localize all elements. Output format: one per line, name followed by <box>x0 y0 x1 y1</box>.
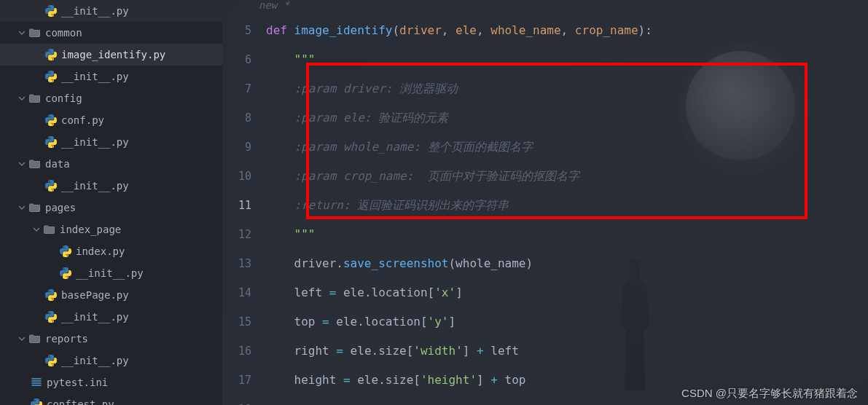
tree-item-label: __init__.py <box>61 136 129 148</box>
tree-folder-config[interactable]: config <box>0 87 222 109</box>
line-number: 14 <box>222 278 251 307</box>
python-icon <box>60 267 71 279</box>
tree-file-init[interactable]: __init__.py <box>0 131 222 153</box>
chevron-down-icon <box>16 158 28 170</box>
tree-item-label: __init__.py <box>76 267 144 279</box>
tree-item-label: data <box>45 158 70 170</box>
python-icon <box>31 398 42 405</box>
line-number: 18 <box>222 395 251 405</box>
code-editor[interactable]: new * 5 6 7 8 9 10 11 12 13 14 15 16 17 … <box>222 0 868 405</box>
code-line-15[interactable]: top = ele.location['y'] <box>266 307 868 337</box>
python-icon <box>60 245 71 257</box>
python-icon <box>45 114 57 126</box>
tree-file-basepage[interactable]: basePage.py <box>0 284 222 306</box>
line-number: 5 <box>222 16 251 45</box>
line-number: 15 <box>222 307 251 337</box>
tree-folder-pages[interactable]: pages <box>0 197 222 219</box>
tree-item-label: pages <box>45 202 76 213</box>
folder-icon <box>29 202 41 213</box>
folder-icon <box>29 93 41 104</box>
line-number: 12 <box>222 220 251 249</box>
code-line-8[interactable]: :param ele: 验证码的元素 <box>266 103 868 133</box>
chevron-down-icon <box>31 224 42 235</box>
line-number: 17 <box>222 366 251 395</box>
line-number: 7 <box>222 74 251 103</box>
tree-folder-reports[interactable]: reports <box>0 328 222 350</box>
python-icon <box>45 180 57 192</box>
folder-icon <box>44 224 55 235</box>
code-line-5[interactable]: def image_identify(driver, ele, whole_na… <box>266 16 868 45</box>
code-line-14[interactable]: left = ele.location['x'] <box>266 278 868 307</box>
line-number: 13 <box>222 249 251 278</box>
tree-item-label: conftest.py <box>47 398 114 405</box>
tree-item-label: conf.py <box>61 114 104 126</box>
code-line-6[interactable]: """ <box>266 45 868 74</box>
code-line-7[interactable]: :param driver: 浏览器驱动 <box>266 74 868 103</box>
tree-file-init[interactable]: __init__.py <box>0 175 222 197</box>
code-line-9[interactable]: :param whole_name: 整个页面的截图名字 <box>266 133 868 162</box>
line-number: 16 <box>222 337 251 366</box>
tree-file-init[interactable]: __init__.py <box>0 350 222 371</box>
line-number: 6 <box>222 45 251 74</box>
file-tree-sidebar[interactable]: __init__.py common image_identify.py __i… <box>0 0 222 405</box>
folder-icon <box>29 27 41 39</box>
tree-folder-index-page[interactable]: index_page <box>0 219 222 240</box>
tree-item-label: index.py <box>76 245 125 257</box>
chevron-down-icon <box>16 333 28 345</box>
python-icon <box>45 49 57 60</box>
code-line-16[interactable]: right = ele.size['width'] + left <box>266 337 868 366</box>
tree-item-label: pytest.ini <box>47 377 108 388</box>
chevron-down-icon <box>16 93 28 104</box>
chevron-down-icon <box>16 202 28 213</box>
tree-item-label: index_page <box>60 224 121 235</box>
line-number: 8 <box>222 103 251 133</box>
tree-item-label: __init__.py <box>61 355 129 366</box>
watermark-text: CSDN @只要名字够长就有猪跟着念 <box>681 387 858 401</box>
tree-item-label: __init__.py <box>61 5 129 17</box>
tree-file-init[interactable]: __init__.py <box>0 0 222 22</box>
python-icon <box>45 71 57 82</box>
line-number: 10 <box>222 162 251 191</box>
python-icon <box>45 355 57 366</box>
tree-file-init[interactable]: __init__.py <box>0 262 222 284</box>
tree-file-conftest[interactable]: conftest.py <box>0 393 222 405</box>
tree-file-image-identify[interactable]: image_identify.py <box>0 44 222 66</box>
tree-item-label: config <box>45 93 82 104</box>
tree-item-label: common <box>45 27 82 39</box>
tree-item-label: __init__.py <box>61 311 129 323</box>
chevron-down-icon <box>16 27 28 39</box>
code-line-10[interactable]: :param crop_name: 页面中对于验证码的抠图名字 <box>266 162 868 191</box>
python-icon <box>45 311 57 323</box>
line-number-gutter: new * 5 6 7 8 9 10 11 12 13 14 15 16 17 … <box>222 0 266 405</box>
ini-file-icon <box>31 377 42 388</box>
code-line-12[interactable]: """ <box>266 220 868 249</box>
code-content[interactable]: def image_identify(driver, ele, whole_na… <box>266 0 868 405</box>
tree-folder-common[interactable]: common <box>0 22 222 44</box>
python-icon <box>45 289 57 301</box>
line-number: 9 <box>222 133 251 162</box>
tree-item-label: __init__.py <box>61 71 129 82</box>
folder-icon <box>29 158 41 170</box>
tree-file-conf[interactable]: conf.py <box>0 109 222 131</box>
python-icon <box>45 5 57 17</box>
tree-item-label: __init__.py <box>61 180 129 192</box>
tree-item-label: basePage.py <box>61 289 129 301</box>
tree-file-init[interactable]: __init__.py <box>0 66 222 87</box>
code-line-13[interactable]: driver.save_screenshot(whole_name) <box>266 249 868 278</box>
tree-item-label: reports <box>45 333 88 345</box>
tree-folder-data[interactable]: data <box>0 153 222 175</box>
tree-file-index[interactable]: index.py <box>0 240 222 262</box>
python-icon <box>45 136 57 148</box>
folder-icon <box>29 333 41 345</box>
breadcrumb: new * <box>222 0 259 16</box>
code-line-11[interactable]: :return: 返回验证码识别出来的字符串 <box>266 191 868 220</box>
tree-file-init[interactable]: __init__.py <box>0 306 222 328</box>
tree-file-pytest-ini[interactable]: pytest.ini <box>0 371 222 393</box>
line-number: 11 <box>222 191 251 220</box>
tree-item-label: image_identify.py <box>61 49 165 60</box>
